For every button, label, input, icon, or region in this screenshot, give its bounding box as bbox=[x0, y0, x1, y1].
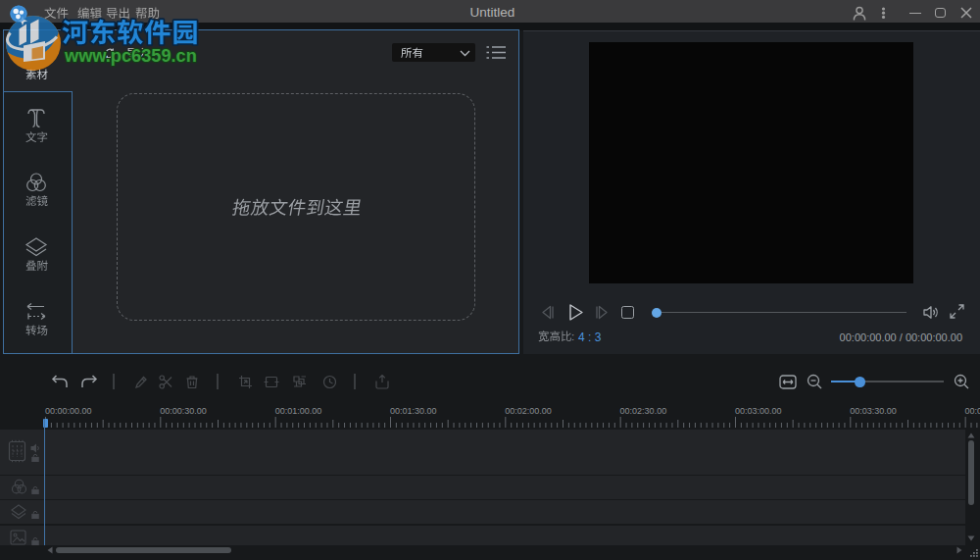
svg-text:www.pc6359.cn: www.pc6359.cn bbox=[64, 46, 197, 66]
